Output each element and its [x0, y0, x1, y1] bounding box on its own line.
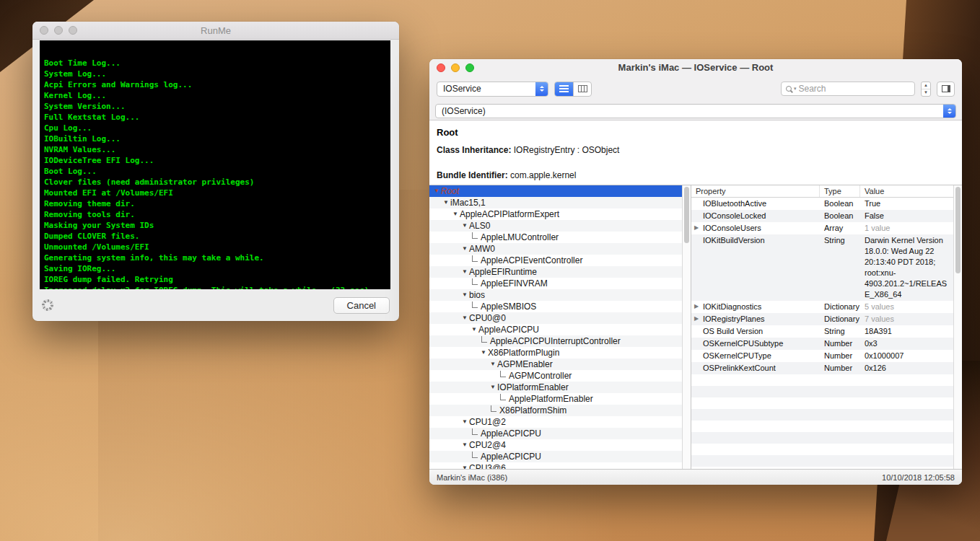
- disclosure-triangle-icon[interactable]: ▼: [462, 289, 469, 301]
- tree-node[interactable]: ▼AGPMEnabler: [429, 359, 682, 370]
- disclosure-triangle-icon[interactable]: ▶: [694, 301, 699, 312]
- list-view-icon: [559, 85, 569, 92]
- disclosure-triangle-icon[interactable]: ▼: [462, 266, 469, 278]
- ioreg-titlebar[interactable]: Markin's iMac — IOService — Root: [429, 59, 962, 76]
- property-row[interactable]: ▶IORegistryPlanesDictionary7 values: [691, 313, 953, 325]
- tree-node[interactable]: ApplePlatformEnabler: [429, 393, 682, 405]
- disclosure-triangle-icon[interactable]: ▼: [490, 382, 497, 393]
- step-down-button[interactable]: ▼: [922, 89, 930, 96]
- tree-node[interactable]: ▼CPU1@2: [429, 416, 682, 428]
- disclosure-triangle-icon[interactable]: ▼: [443, 197, 450, 208]
- disclosure-triangle-icon[interactable]: ▼: [462, 462, 469, 469]
- disclosure-triangle-icon[interactable]: ▶: [694, 222, 699, 234]
- tree-node[interactable]: ▼iMac15,1: [429, 197, 682, 208]
- list-view-button[interactable]: [555, 82, 573, 96]
- disclosure-triangle-icon[interactable]: ▼: [462, 439, 469, 451]
- disclosure-triangle-icon[interactable]: ▼: [434, 185, 441, 197]
- view-mode-segmented-control: [554, 82, 592, 97]
- disclosure-triangle-icon[interactable]: ▼: [462, 416, 469, 428]
- tree-node[interactable]: AppleACPICPU: [429, 451, 682, 462]
- tree-connector-icon: [481, 336, 487, 343]
- tree-node[interactable]: ▼CPU0@0: [429, 312, 682, 324]
- tree-node[interactable]: AppleACPICPUInterruptController: [429, 335, 682, 347]
- runme-titlebar[interactable]: RunMe: [32, 22, 399, 40]
- search-options-chevron-icon[interactable]: ▾: [794, 86, 797, 92]
- property-value: 18A391: [860, 325, 953, 338]
- minimize-button[interactable]: [451, 63, 460, 72]
- tree-scrollbar[interactable]: [682, 185, 691, 469]
- plane-popup-button[interactable]: IOService: [437, 82, 548, 97]
- close-button[interactable]: [437, 63, 445, 72]
- tree-node[interactable]: AppleEFINVRAM: [429, 278, 682, 289]
- property-row[interactable]: OS Build VersionString18A391: [691, 325, 953, 338]
- tree-node-label: AppleACPICPU: [481, 451, 541, 462]
- tree-node-label: X86PlatformPlugin: [488, 347, 559, 359]
- runme-footer: Cancel: [32, 289, 399, 321]
- tree-node[interactable]: AppleACPIEventController: [429, 255, 682, 266]
- status-machine: Markin's iMac (i386): [437, 473, 507, 482]
- column-view-button[interactable]: [573, 82, 591, 96]
- search-field[interactable]: ▾: [781, 82, 915, 96]
- terminal-line: Dumped CLOVER files.: [44, 231, 386, 242]
- property-name: IORegistryPlanes: [703, 315, 765, 323]
- tree-node-label: AppleSMBIOS: [481, 301, 536, 312]
- property-row[interactable]: IOConsoleLockedBooleanFalse: [691, 210, 953, 222]
- property-row[interactable]: OSKernelCPUTypeNumber0x1000007: [691, 350, 953, 362]
- close-button[interactable]: [40, 26, 48, 35]
- column-header-type[interactable]: Type: [820, 185, 860, 197]
- disclosure-triangle-icon[interactable]: ▼: [490, 359, 497, 370]
- tree-node[interactable]: ▼CPU2@4: [429, 439, 682, 451]
- tree-node[interactable]: AGPMController: [429, 370, 682, 382]
- zoom-button[interactable]: [465, 63, 474, 72]
- runme-window-controls: [40, 26, 77, 35]
- step-up-button[interactable]: ▲: [922, 82, 930, 89]
- tree-node[interactable]: ▼Root: [429, 185, 682, 197]
- property-row[interactable]: ▶IOConsoleUsersArray1 value: [691, 222, 953, 234]
- tree-node[interactable]: ▼X86PlatformPlugin: [429, 347, 682, 359]
- property-row[interactable]: IOBluetoothActiveBooleanTrue: [691, 198, 953, 210]
- cancel-button[interactable]: Cancel: [333, 297, 390, 314]
- tree-node[interactable]: ▼IOPlatformEnabler: [429, 382, 682, 393]
- tree-node[interactable]: X86PlatformShim: [429, 405, 682, 416]
- minimize-button[interactable]: [54, 26, 63, 35]
- window-title: RunMe: [201, 25, 231, 36]
- zoom-button[interactable]: [69, 26, 77, 35]
- tree-connector-icon: [472, 278, 478, 285]
- disclosure-triangle-icon[interactable]: ▼: [462, 220, 469, 232]
- tree-connector-icon: [472, 452, 478, 458]
- tree-node[interactable]: AppleLMUController: [429, 232, 682, 243]
- toolbar: IOService ▾ ▲ ▼: [429, 76, 962, 102]
- disclosure-triangle-icon[interactable]: ▼: [471, 324, 478, 335]
- disclosure-triangle-icon[interactable]: ▼: [462, 312, 469, 324]
- column-header-property[interactable]: Property: [691, 185, 820, 197]
- tree-node[interactable]: AppleACPICPU: [429, 428, 682, 439]
- tree-node[interactable]: ▼bios: [429, 289, 682, 301]
- search-input[interactable]: [799, 84, 910, 94]
- property-row[interactable]: OSPrelinkKextCountNumber0x126: [691, 362, 953, 374]
- tree-node-label: iMac15,1: [450, 197, 486, 208]
- tree-node[interactable]: ▼AMW0: [429, 243, 682, 255]
- property-type: String: [820, 325, 860, 338]
- inspector-toggle-button[interactable]: [937, 82, 955, 97]
- property-row[interactable]: IOKitBuildVersionStringDarwin Kernel Ver…: [691, 234, 953, 301]
- tree-node[interactable]: ▼AppleEFIRuntime: [429, 266, 682, 278]
- registry-tree: ▼Root▼iMac15,1▼AppleACPIPlatformExpert▼A…: [429, 185, 682, 469]
- property-row[interactable]: OSKernelCPUSubtypeNumber0x3: [691, 338, 953, 350]
- tree-node[interactable]: ▼AppleACPICPU: [429, 324, 682, 335]
- disclosure-triangle-icon[interactable]: ▼: [452, 208, 460, 220]
- disclosure-triangle-icon[interactable]: ▼: [462, 243, 469, 255]
- path-popup-button[interactable]: (IOService): [435, 104, 956, 118]
- tree-node[interactable]: ▼ALS0: [429, 220, 682, 232]
- table-scrollbar[interactable]: [953, 185, 962, 469]
- tree-node[interactable]: AppleSMBIOS: [429, 301, 682, 312]
- disclosure-triangle-icon[interactable]: ▶: [694, 313, 699, 325]
- table-scrollbar-thumb[interactable]: [955, 187, 961, 273]
- tree-node[interactable]: ▼CPU3@6: [429, 462, 682, 469]
- node-info-header: Root Class Inheritance: IORegistryEntry …: [429, 120, 962, 185]
- property-name: OSPrelinkKextCount: [703, 364, 776, 372]
- property-row[interactable]: ▶IOKitDiagnosticsDictionary5 values: [691, 301, 953, 313]
- disclosure-triangle-icon[interactable]: ▼: [481, 347, 488, 359]
- tree-node[interactable]: ▼AppleACPIPlatformExpert: [429, 208, 682, 220]
- column-header-value[interactable]: Value: [860, 185, 953, 197]
- tree-scrollbar-thumb[interactable]: [684, 187, 689, 243]
